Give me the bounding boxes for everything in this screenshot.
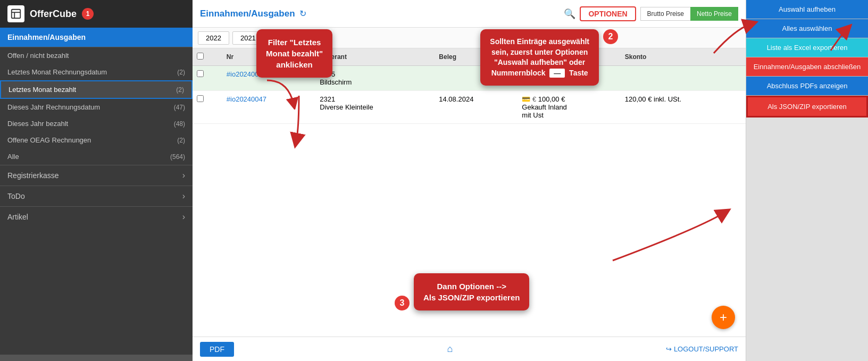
right-panel-button[interactable]: Alles auswählen [746,19,868,38]
col-skonto: Skonto [621,48,746,66]
main-content: Einnahmen/Ausgaben ↻ 🔍 OPTIONEN Brutto P… [193,0,746,361]
sidebar-menu-item[interactable]: Registrierkasse› [0,165,193,186]
year-filter-button[interactable]: 2020 [267,31,298,45]
row-nr-link[interactable]: #io20240048 [227,70,266,78]
netto-preise-button[interactable]: Netto Preise [690,7,738,21]
filter-item-label: Offene OEAG Rechnungen [7,136,91,144]
clear-filter-btn[interactable]: ✕ [318,31,331,45]
col-checkbox [193,48,222,66]
right-panel-button[interactable]: Einnahmen/Ausgaben abschließen [746,57,868,77]
row-checkbox-cell[interactable] [193,91,222,124]
filter-bar: 202220212020 T ✕ [193,28,746,48]
refresh-icon[interactable]: ↻ [299,9,306,19]
row-checkbox[interactable] [197,70,204,77]
pdf-button[interactable]: PDF [200,342,234,357]
chevron-icon: › [182,171,185,180]
row-skonto-cell: 120,00 € inkl. USt. [621,91,746,124]
bottom-bar: PDF ⌂ ↪ LOGOUT/SUPPORT [193,337,746,361]
filter-item-count: (2) [177,69,185,76]
row-beleg-cell [435,66,518,91]
logout-icon: ↪ [666,345,672,353]
row-checkbox[interactable] [197,95,204,102]
chevron-icon: › [182,191,185,201]
col-lieferant: Lieferant [315,48,435,66]
options-button[interactable]: OPTIONEN [580,6,636,21]
row-skonto-cell [621,66,746,91]
filter-icon-btn[interactable]: T [302,31,315,45]
table-row: #io20240047 2321Diverse Kleinteile 14.08… [193,91,746,124]
sidebar-filter-item[interactable]: Alle(564) [0,148,193,165]
sidebar-footer [0,355,193,361]
page-title: Einnahmen/Ausgaben [200,9,295,19]
right-panel-button[interactable]: Als JSON/ZIP exportieren [746,96,868,117]
select-all-checkbox[interactable] [197,53,204,60]
top-bar: Einnahmen/Ausgaben ↻ 🔍 OPTIONEN Brutto P… [193,0,746,28]
data-table: Nr Lieferant Beleg Re-D Skonto #io202400… [193,48,746,124]
app-badge: 1 [82,8,94,20]
row-red-cell: 16.0 [518,66,620,91]
row-nr-cell: #io20240048 [222,66,315,91]
row-nr-link[interactable]: #io20240047 [227,95,266,103]
sidebar-filter-item[interactable]: Dieses Jahr bezahlt(48) [0,115,193,132]
euro-icon: € [532,95,536,103]
row-checkbox-cell[interactable] [193,66,222,91]
row-beleg-cell: 14.08.2024 [435,91,518,124]
filter-item-count: (2) [177,137,185,144]
menu-item-label: Artikel [7,213,28,221]
table-row: #io20240048 5435Bildschirm 16.0 [193,66,746,91]
sidebar-filter-item[interactable]: Offen / nicht bezahlt [0,47,193,64]
right-panel-button[interactable]: Liste als Excel exportieren [746,38,868,57]
home-icon[interactable]: ⌂ [447,343,453,355]
row-lieferant-cell: 5435Bildschirm [315,66,435,91]
main-wrapper: Einnahmen/Ausgaben ↻ 🔍 OPTIONEN Brutto P… [193,0,746,361]
filter-item-label: Letztes Monat bezahlt [9,86,76,94]
sidebar-filter-item[interactable]: Dieses Jahr Rechnungsdatum(47) [0,99,193,115]
filter-item-label: Offen / nicht bezahlt [7,52,69,60]
app-title: OfferCube [30,9,77,20]
svg-rect-0 [12,10,21,19]
filter-item-count: (48) [174,120,185,128]
filter-item-label: Alle [7,153,19,161]
sidebar: OfferCube 1 Einnahmen/Ausgaben Offen / n… [0,0,193,361]
right-panel: Auswahl aufhebenAlles auswählenListe als… [746,0,868,361]
sidebar-item-einnahmen[interactable]: Einnahmen/Ausgaben [0,28,193,47]
table-header-row: Nr Lieferant Beleg Re-D Skonto [193,48,746,66]
filter-item-count: (564) [170,153,185,161]
filter-item-count: (2) [176,86,184,94]
row-nr-cell: #io20240047 [222,91,315,124]
year-filter-button[interactable]: 2021 [232,31,264,45]
top-bar-right: 🔍 OPTIONEN Brutto Preise Netto Preise [564,6,738,21]
price-toggle: Brutto Preise Netto Preise [640,7,738,21]
filter-item-count: (47) [174,104,185,111]
right-panel-button[interactable]: Auswahl aufheben [746,0,868,19]
table-area: Nr Lieferant Beleg Re-D Skonto #io202400… [193,48,746,337]
col-beleg: Beleg [435,48,518,66]
fab-button[interactable]: + [712,306,735,329]
year-filter-button[interactable]: 2022 [198,31,229,45]
filter-item-label: Dieses Jahr Rechnungsdatum [7,103,100,111]
logout-link[interactable]: ↪ LOGOUT/SUPPORT [666,345,738,353]
sidebar-nav: Einnahmen/Ausgaben Offen / nicht bezahlt… [0,28,193,355]
sidebar-filter-item[interactable]: Offene OEAG Rechnungen(2) [0,132,193,148]
top-bar-left: Einnahmen/Ausgaben ↻ [200,9,306,19]
sidebar-header: OfferCube 1 [0,0,193,28]
chevron-icon: › [182,212,185,222]
row-red-cell: 💳 € 100,00 €Gekauft Inlandmit Ust [518,91,620,124]
col-red: Re-D [518,48,620,66]
credit-card-icon: 💳 [522,95,530,103]
menu-item-label: Registrierkasse [7,171,59,180]
logout-label: LOGOUT/SUPPORT [674,345,738,353]
sidebar-filter-item[interactable]: Letztes Monat bezahlt(2) [0,80,193,99]
brutto-preise-button[interactable]: Brutto Preise [640,7,690,21]
sidebar-menu-item[interactable]: Artikel› [0,206,193,227]
search-icon[interactable]: 🔍 [564,8,575,20]
menu-item-label: ToDo [7,192,25,200]
filter-item-label: Dieses Jahr bezahlt [7,120,68,128]
sidebar-menu-item[interactable]: ToDo› [0,186,193,206]
app-logo [7,5,24,22]
row-lieferant-cell: 2321Diverse Kleinteile [315,91,435,124]
filter-icons: T ✕ [302,31,331,45]
sidebar-filter-item[interactable]: Letztes Monat Rechnungsdatum(2) [0,64,193,80]
filter-section: Offen / nicht bezahltLetztes Monat Rechn… [0,47,193,165]
right-panel-button[interactable]: Abschluss PDFs anzeigen [746,77,868,96]
